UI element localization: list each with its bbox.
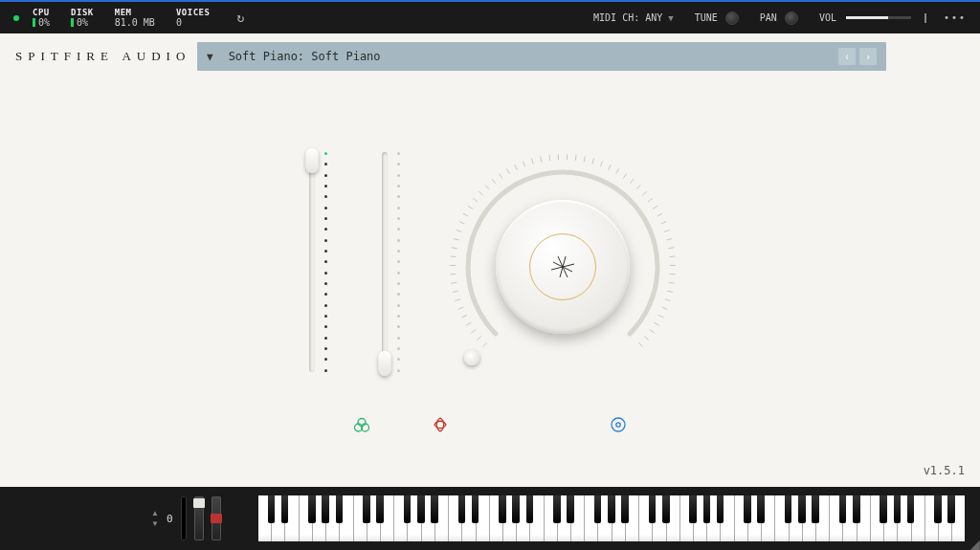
tune-knob-icon[interactable] (725, 11, 739, 25)
slider-thumb-icon[interactable] (379, 351, 391, 376)
voices-label: VOICES (176, 8, 211, 17)
black-key[interactable] (363, 495, 370, 523)
velocity-control: ▲▼ 0 (151, 487, 237, 550)
reverb-dial[interactable] (443, 147, 682, 386)
white-key[interactable] (394, 495, 408, 541)
black-key[interactable] (472, 495, 479, 523)
black-key[interactable] (268, 495, 276, 523)
black-key[interactable] (812, 495, 819, 523)
chevron-down-icon[interactable]: ▼ (207, 51, 213, 63)
black-key[interactable] (649, 495, 657, 523)
svg-line-42 (653, 206, 657, 209)
white-key[interactable] (775, 495, 789, 541)
dial-knob[interactable] (496, 200, 630, 334)
black-key[interactable] (526, 495, 534, 523)
preset-next-button[interactable]: › (859, 48, 877, 65)
volume-slider[interactable] (846, 16, 911, 19)
black-key[interactable] (894, 495, 902, 523)
midi-channel-selector[interactable]: MIDI CH: ANY ▼ (593, 12, 674, 23)
white-key[interactable] (545, 495, 558, 541)
dial-indicator-icon (464, 350, 479, 365)
mod-wheel-2[interactable] (212, 496, 221, 540)
black-key[interactable] (458, 495, 466, 523)
white-key[interactable] (354, 495, 368, 541)
black-key[interactable] (947, 495, 955, 523)
black-key[interactable] (322, 495, 329, 523)
black-key[interactable] (417, 495, 425, 523)
mod-wheel[interactable] (194, 496, 204, 540)
pan-control[interactable]: PAN (760, 11, 798, 25)
svg-line-3 (466, 322, 471, 325)
svg-line-8 (451, 282, 457, 283)
dynamics-icon[interactable] (432, 416, 449, 433)
black-key[interactable] (499, 495, 506, 523)
svg-line-19 (479, 191, 482, 195)
tune-label: TUNE (695, 12, 718, 23)
tune-control[interactable]: TUNE (695, 11, 739, 25)
svg-line-7 (453, 291, 458, 292)
black-key[interactable] (431, 495, 438, 523)
preset-selector[interactable]: ▼ Soft Piano: Soft Piano ‹ › (197, 42, 886, 71)
svg-line-32 (584, 156, 585, 162)
black-key[interactable] (376, 495, 384, 523)
black-key[interactable] (567, 495, 574, 523)
white-key[interactable] (490, 495, 503, 541)
midi-label: MIDI CH: (593, 12, 639, 23)
white-key[interactable] (585, 495, 598, 541)
black-key[interactable] (785, 495, 792, 523)
white-key[interactable] (871, 495, 884, 541)
status-dot-icon (13, 15, 19, 21)
black-key[interactable] (717, 495, 724, 523)
black-key[interactable] (281, 495, 289, 523)
white-key[interactable] (639, 495, 653, 541)
black-key[interactable] (757, 495, 765, 523)
black-key[interactable] (594, 495, 602, 523)
black-key[interactable] (744, 495, 751, 523)
expression-icon[interactable] (353, 416, 370, 433)
piano-keyboard[interactable] (258, 495, 965, 541)
cpu-label: CPU (33, 8, 50, 17)
svg-point-64 (616, 423, 620, 427)
black-key[interactable] (608, 495, 615, 523)
black-key[interactable] (798, 495, 806, 523)
black-key[interactable] (853, 495, 860, 523)
black-key[interactable] (336, 495, 344, 523)
svg-line-24 (515, 165, 518, 169)
midi-value: ANY (645, 12, 662, 23)
reverb-icon[interactable] (610, 416, 627, 433)
dynamics-slider[interactable] (370, 152, 399, 382)
svg-line-20 (485, 185, 489, 188)
white-key[interactable] (735, 495, 748, 541)
slider-thumb-icon[interactable] (306, 148, 319, 173)
white-key[interactable] (258, 495, 272, 541)
svg-line-44 (661, 222, 666, 224)
pan-knob-icon[interactable] (785, 11, 798, 25)
black-key[interactable] (621, 495, 629, 523)
black-key[interactable] (880, 495, 887, 523)
white-key[interactable] (300, 495, 313, 541)
refresh-icon[interactable]: ↻ (236, 11, 244, 25)
black-key[interactable] (839, 495, 847, 523)
preset-prev-button[interactable]: ‹ (838, 48, 856, 65)
more-menu-icon[interactable]: ••• (944, 12, 967, 23)
white-key[interactable] (830, 495, 843, 541)
velocity-stepper[interactable]: ▲▼ (151, 509, 159, 528)
svg-line-46 (666, 238, 672, 240)
black-key[interactable] (703, 495, 711, 523)
black-key[interactable] (308, 495, 316, 523)
black-key[interactable] (553, 495, 561, 523)
black-key[interactable] (662, 495, 670, 523)
black-key[interactable] (689, 495, 697, 523)
black-key[interactable] (512, 495, 520, 523)
disk-label: DISK (71, 8, 94, 17)
black-key[interactable] (404, 495, 412, 523)
white-key[interactable] (449, 495, 462, 541)
white-key[interactable] (925, 495, 939, 541)
volume-control[interactable]: VOL (819, 12, 911, 23)
black-key[interactable] (907, 495, 915, 523)
chevron-down-icon: ▼ (668, 13, 673, 23)
black-key[interactable] (934, 495, 942, 523)
white-key[interactable] (680, 495, 694, 541)
pitch-wheel[interactable] (181, 496, 187, 540)
expression-slider[interactable] (298, 152, 326, 382)
